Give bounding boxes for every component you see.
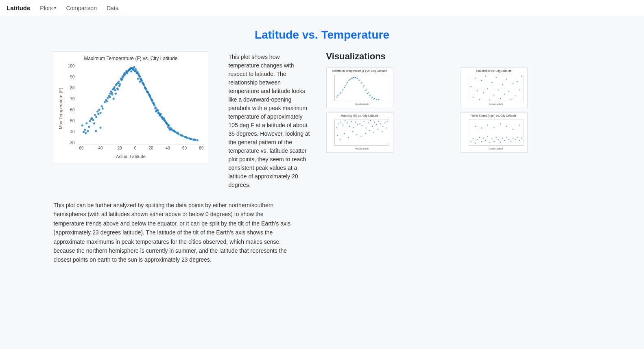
full-text-section: This plot can be further analyzed by spl… [54, 201, 294, 271]
svg-point-226 [508, 91, 509, 92]
y-ticks: 100 90 80 70 60 50 40 30 [65, 64, 76, 145]
svg-point-269 [360, 136, 361, 137]
svg-point-202 [371, 98, 372, 98]
svg-point-203 [373, 99, 374, 100]
svg-point-125 [148, 94, 150, 96]
svg-point-271 [369, 130, 370, 131]
svg-point-211 [476, 90, 477, 91]
svg-point-15 [87, 130, 89, 132]
svg-point-301 [474, 126, 475, 127]
svg-point-306 [506, 126, 507, 127]
svg-text:Actual Latitude: Actual Latitude [489, 103, 503, 105]
svg-point-17 [93, 122, 95, 124]
svg-point-187 [339, 93, 340, 94]
y-axis-label: Max Temperature (F) [58, 64, 63, 153]
svg-point-275 [386, 128, 386, 128]
svg-point-253 [367, 122, 368, 123]
main-row: Maximum Temperature (F) vs. City Latitud… [54, 51, 591, 189]
svg-point-296 [504, 140, 505, 141]
svg-point-310 [517, 137, 517, 137]
svg-point-51 [133, 66, 135, 68]
svg-point-132 [163, 119, 165, 121]
svg-point-294 [500, 142, 500, 143]
svg-point-9 [96, 111, 98, 113]
comparison-link[interactable]: Comparison [63, 5, 100, 11]
svg-point-293 [498, 139, 498, 140]
svg-point-260 [382, 126, 383, 127]
svg-point-134 [167, 124, 169, 126]
svg-point-13 [100, 105, 103, 107]
svg-point-265 [344, 133, 345, 134]
svg-point-246 [353, 127, 354, 128]
data-link[interactable]: Data [103, 5, 122, 11]
svg-point-12 [99, 112, 101, 114]
svg-point-182 [372, 97, 373, 98]
brand-label: Latitude [7, 4, 30, 11]
svg-point-153 [181, 134, 183, 136]
vis-thumb-3[interactable]: Humidity (%) vs. City Latitude [326, 112, 393, 153]
svg-point-245 [351, 121, 351, 121]
svg-point-282 [474, 143, 475, 143]
svg-point-166 [338, 95, 339, 95]
svg-point-177 [361, 82, 362, 83]
svg-point-1 [84, 129, 86, 131]
svg-point-215 [485, 76, 486, 76]
svg-point-285 [481, 141, 482, 142]
svg-point-300 [512, 138, 513, 139]
svg-point-149 [196, 139, 198, 141]
svg-point-304 [493, 127, 494, 128]
svg-point-3 [88, 126, 90, 128]
svg-point-172 [351, 78, 351, 78]
svg-point-289 [489, 142, 490, 143]
svg-point-184 [376, 99, 377, 100]
svg-point-292 [496, 137, 496, 137]
svg-text:Actual Latitude: Actual Latitude [489, 147, 503, 150]
svg-point-309 [514, 139, 515, 140]
svg-text:Actual Latitude: Actual Latitude [355, 147, 369, 150]
svg-point-185 [378, 99, 379, 100]
svg-point-198 [362, 87, 363, 87]
svg-point-274 [382, 131, 382, 132]
svg-point-111 [114, 93, 116, 95]
svg-point-225 [506, 78, 507, 79]
svg-point-196 [358, 80, 359, 81]
svg-point-14 [101, 107, 103, 109]
svg-point-169 [345, 85, 345, 86]
svg-point-244 [349, 126, 349, 127]
svg-point-170 [347, 82, 347, 83]
svg-point-256 [374, 121, 375, 122]
svg-point-248 [357, 124, 358, 125]
x-axis-label: Actual Latitude [58, 154, 204, 159]
svg-point-48 [130, 70, 132, 72]
svg-point-297 [506, 137, 507, 137]
svg-point-291 [493, 141, 494, 142]
svg-point-257 [376, 124, 377, 125]
svg-point-191 [348, 80, 349, 81]
svg-point-219 [493, 95, 494, 95]
svg-point-213 [481, 80, 482, 81]
svg-point-34 [109, 96, 111, 98]
vis-thumb-2[interactable]: Cloudiness vs. City Latitude [461, 67, 528, 108]
svg-point-199 [365, 90, 365, 91]
svg-point-129 [157, 110, 159, 112]
svg-point-112 [116, 88, 118, 90]
svg-point-287 [485, 140, 486, 141]
svg-point-261 [384, 122, 385, 123]
svg-point-183 [374, 98, 375, 99]
svg-point-262 [386, 121, 387, 121]
svg-point-176 [359, 79, 360, 80]
svg-point-232 [521, 76, 522, 76]
svg-point-18 [90, 118, 92, 120]
svg-point-307 [512, 129, 513, 130]
svg-point-10 [97, 113, 99, 115]
svg-point-305 [500, 123, 500, 124]
svg-point-290 [491, 139, 492, 139]
vis-thumb-1[interactable]: Maximum Temperature (F) vs. City Latitud… [326, 67, 393, 108]
svg-point-268 [356, 134, 357, 135]
plots-menu[interactable]: Plots ▾ [37, 5, 59, 11]
svg-point-167 [340, 92, 341, 93]
vis-thumb-4[interactable]: Wind Speed (mph) vs. City Latitude [461, 112, 528, 153]
svg-point-193 [352, 78, 353, 78]
svg-point-252 [365, 128, 366, 128]
chart-container: Maximum Temperature (F) vs. City Latitud… [54, 51, 208, 163]
